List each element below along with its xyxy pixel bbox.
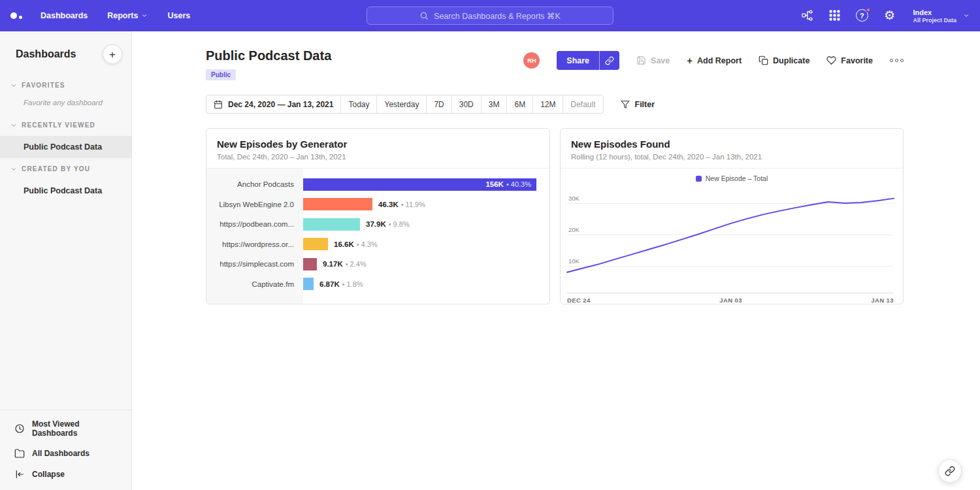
- project-selector[interactable]: Index All Project Data: [913, 8, 970, 24]
- bar-value-label: 16.6K: [334, 240, 354, 248]
- preset-30d[interactable]: 30D: [452, 95, 482, 113]
- bar-segment[interactable]: [303, 218, 360, 231]
- preset-12m[interactable]: 12M: [533, 95, 563, 113]
- nav-users[interactable]: Users: [167, 11, 190, 20]
- nav-users-label: Users: [167, 11, 190, 20]
- dot-icon: [895, 59, 898, 62]
- x-axis-tick: JAN 03: [719, 297, 742, 304]
- section-recently-viewed-label: RECENTLY VIEWED: [22, 122, 95, 129]
- line-plot[interactable]: 10K20K30K: [567, 188, 894, 293]
- sidebar-item-public-podcast-data-2[interactable]: Public Podcast Data: [0, 180, 131, 202]
- notification-badge: [866, 7, 871, 12]
- section-created-by-you-label: CREATED BY YOU: [22, 165, 90, 172]
- x-axis-ticks: DEC 24JAN 03JAN 13: [567, 297, 894, 304]
- bar-pct-label: • 4.3%: [357, 240, 378, 248]
- share-link-fab[interactable]: [938, 459, 962, 483]
- card-title: New Episodes Found: [571, 139, 892, 150]
- collapse-sidebar-button[interactable]: Collapse: [0, 464, 131, 485]
- card-new-episodes-by-generator: New Episodes by Generator Total, Dec 24t…: [206, 128, 550, 304]
- nav-reports[interactable]: Reports: [107, 11, 148, 20]
- all-dashboards-label: All Dashboards: [32, 449, 90, 458]
- bar-segment[interactable]: 156K• 40.3%: [303, 178, 536, 191]
- main-content: Public Podcast Data Public RH Share Save…: [132, 31, 980, 490]
- favorite-label: Favorite: [841, 56, 873, 65]
- clock-icon: [14, 423, 25, 434]
- x-axis-tick: JAN 13: [871, 297, 894, 304]
- sidebar-item-public-podcast-data[interactable]: Public Podcast Data: [0, 136, 131, 158]
- bar-pct-label: • 40.3%: [506, 180, 531, 188]
- bar-segment[interactable]: [303, 278, 314, 290]
- preset-7d[interactable]: 7D: [427, 95, 451, 113]
- preset-3m[interactable]: 3M: [482, 95, 508, 113]
- line-series[interactable]: [567, 188, 894, 293]
- project-name: Index: [913, 8, 956, 17]
- bar-value-label: 6.87K: [319, 280, 340, 288]
- section-created-by-you[interactable]: CREATED BY YOU: [0, 158, 131, 180]
- chart-legend: New Episode – Total: [561, 174, 903, 182]
- header-actions: RH Share Save + Add Report Dup: [523, 51, 904, 70]
- more-options-button[interactable]: [890, 59, 904, 62]
- help-question-mark: ?: [856, 9, 868, 22]
- apps-grid-icon[interactable]: [828, 9, 841, 22]
- save-icon: [636, 56, 646, 65]
- avatar[interactable]: RH: [523, 52, 540, 69]
- bar-pct-label: • 9.8%: [389, 220, 410, 228]
- bar-row: 156K• 40.3%: [303, 174, 549, 195]
- add-report-button[interactable]: + Add Report: [687, 56, 742, 65]
- bar-category-label: https://simplecast.com: [206, 254, 303, 274]
- bar-category-label: https://wordpress.or...: [206, 235, 303, 255]
- project-subtitle: All Project Data: [913, 17, 956, 24]
- bar-category-label: Libsyn WebEngine 2.0: [206, 195, 303, 215]
- bar-pct-label: • 2.4%: [346, 260, 367, 268]
- card-subtitle: Rolling (12 hours), total, Dec 24th, 202…: [571, 153, 892, 161]
- integrations-icon[interactable]: [800, 9, 813, 22]
- chevron-down-icon: [141, 12, 148, 19]
- filter-label: Filter: [635, 100, 655, 109]
- dot-icon: [890, 59, 893, 62]
- bar-row: 37.9K• 9.8%: [303, 214, 549, 235]
- bar-category-label: https://podbean.com...: [206, 214, 303, 235]
- help-icon[interactable]: ?: [855, 9, 868, 22]
- favorite-button[interactable]: Favorite: [826, 56, 873, 65]
- filter-button[interactable]: Filter: [621, 100, 655, 109]
- search-input[interactable]: Search Dashboards & Reports ⌘K: [367, 7, 613, 25]
- bar-segment[interactable]: [303, 238, 328, 250]
- preset-6m[interactable]: 6M: [507, 95, 533, 113]
- bar-value-label: 156K: [485, 180, 504, 188]
- sidebar: Dashboards + FAVORITES Favorite any dash…: [0, 31, 132, 490]
- all-dashboards-button[interactable]: All Dashboards: [0, 443, 131, 464]
- add-dashboard-button[interactable]: +: [103, 44, 122, 64]
- logo-dot-icon: [10, 12, 17, 19]
- preset-yesterday[interactable]: Yesterday: [377, 95, 427, 113]
- date-range-picker[interactable]: Dec 24, 2020 — Jan 13, 2021: [206, 95, 341, 113]
- bar-value-label: 9.17K: [323, 260, 343, 268]
- bar-row: 9.17K• 2.4%: [303, 254, 549, 274]
- save-button[interactable]: Save: [636, 56, 670, 65]
- bar-pct-label: • 11.9%: [401, 201, 425, 208]
- copy-link-button[interactable]: [599, 51, 619, 70]
- chevron-down-icon: [963, 12, 970, 19]
- topbar-nav: Dashboards Reports Users: [41, 11, 190, 20]
- share-button[interactable]: Share: [557, 51, 599, 70]
- sidebar-title: Dashboards: [16, 48, 76, 60]
- chevron-down-icon: [10, 82, 17, 89]
- bar-pct-label: • 1.8%: [342, 280, 363, 288]
- app-logo[interactable]: [10, 12, 22, 19]
- date-range-group: Dec 24, 2020 — Jan 13, 2021 Today Yester…: [206, 95, 604, 114]
- calendar-icon: [214, 100, 223, 109]
- settings-gear-icon[interactable]: ⚙: [883, 9, 896, 22]
- nav-dashboards[interactable]: Dashboards: [41, 11, 88, 20]
- most-viewed-dashboards-button[interactable]: Most Viewed Dashboards: [0, 414, 131, 443]
- section-recently-viewed[interactable]: RECENTLY VIEWED: [0, 114, 131, 136]
- section-favorites[interactable]: FAVORITES: [0, 74, 131, 96]
- bar-segment[interactable]: [303, 198, 372, 210]
- topbar: Dashboards Reports Users Search Dashboar…: [0, 0, 980, 31]
- duplicate-button[interactable]: Duplicate: [759, 56, 809, 65]
- preset-today[interactable]: Today: [341, 95, 377, 113]
- legend-swatch: [696, 176, 702, 182]
- bar-segment[interactable]: [303, 258, 317, 270]
- chevron-down-icon: [10, 122, 17, 129]
- link-icon: [605, 56, 614, 65]
- preset-default[interactable]: Default: [563, 95, 602, 113]
- heart-icon: [826, 56, 836, 65]
